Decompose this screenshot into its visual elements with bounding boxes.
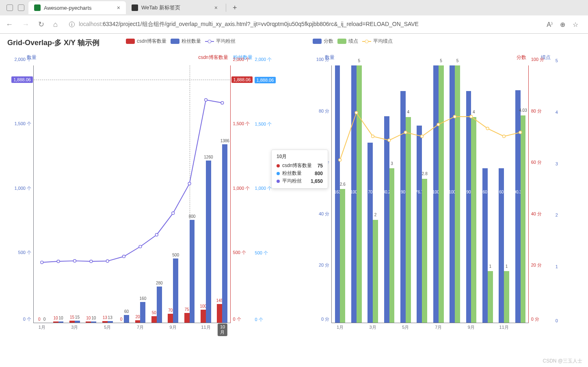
- tooltip-row: csdn博客数量75: [277, 162, 323, 169]
- tab-title: Awesome-pyecharts: [44, 5, 92, 11]
- bar-label: 5: [358, 59, 360, 63]
- bar: [157, 287, 162, 323]
- info-icon[interactable]: i: [69, 22, 75, 27]
- bar: [140, 302, 145, 323]
- tooltip-title: 10月: [277, 153, 323, 160]
- dot-icon: [277, 172, 280, 175]
- favicon-icon: [132, 4, 138, 11]
- svg-point-11: [221, 102, 224, 104]
- forward-button[interactable]: →: [20, 19, 31, 30]
- bar-label: 0: [38, 317, 41, 321]
- svg-point-14: [372, 135, 374, 138]
- legend-swatch: [171, 39, 179, 44]
- bar-label: 15: [75, 315, 80, 319]
- legend-swatch: [337, 39, 346, 44]
- svg-point-20: [470, 115, 473, 118]
- tooltip: 10月 csdn博客数量75 粉丝数量800 平均粉丝1,650: [271, 150, 328, 189]
- url-input[interactable]: i localhost:63342/project1/组合组件/grid_ove…: [65, 18, 541, 30]
- axis-pointer-value: 1,888.06: [11, 76, 33, 83]
- tab-wetab[interactable]: WeTab 新标签页 ×: [126, 1, 223, 15]
- bar-label: 1: [506, 264, 508, 269]
- favorite-icon[interactable]: ☆: [573, 21, 578, 28]
- page-content: Grid-Overlap-多 X/Y 轴示例 csdn博客数量 粉丝数量 平均粉…: [0, 34, 588, 367]
- svg-point-21: [486, 127, 489, 130]
- sidebar-icon[interactable]: [6, 4, 13, 11]
- bar-label: 5: [440, 59, 442, 63]
- plot-right: 0 分 20 分 40 分 60 分 80 分 100 分 0 分 20 分 4…: [331, 65, 529, 323]
- tab-title: WeTab 新标签页: [141, 4, 180, 11]
- tab-awesome-pyecharts[interactable]: Awesome-pyecharts ×: [28, 1, 126, 14]
- bar: [504, 271, 509, 323]
- svg-point-5: [123, 255, 125, 258]
- close-icon[interactable]: ×: [117, 4, 120, 11]
- legend-item-avggpa[interactable]: 平均绩点: [362, 38, 393, 45]
- back-button[interactable]: ←: [4, 19, 15, 30]
- svg-point-4: [106, 260, 109, 263]
- svg-point-10: [205, 98, 208, 101]
- legend-item-gpa[interactable]: 绩点: [337, 38, 358, 45]
- bar-label: 160: [140, 296, 147, 301]
- bar: [184, 313, 190, 323]
- svg-point-7: [155, 233, 158, 236]
- svg-point-0: [41, 261, 43, 264]
- bar: [135, 320, 141, 323]
- favicon-icon: [34, 4, 41, 11]
- bar: [124, 315, 129, 323]
- read-aloud-icon[interactable]: A⁾: [547, 21, 553, 28]
- plot-left: 0 个 500 个 1,000 个 1,500 个 2,000 个 0 个 50…: [33, 65, 231, 323]
- tooltip-row: 粉丝数量800: [277, 169, 323, 177]
- bar: [69, 321, 75, 323]
- legend-item-csdn[interactable]: csdn博客数量: [126, 38, 166, 45]
- panel-icon[interactable]: [18, 4, 24, 11]
- svg-point-12: [339, 159, 342, 161]
- new-tab-button[interactable]: +: [229, 4, 241, 12]
- bar: [168, 314, 173, 323]
- bar: [86, 321, 91, 323]
- refresh-button[interactable]: ↻: [37, 18, 46, 30]
- legend-line-icon: [205, 41, 214, 42]
- legend-item-avgfans[interactable]: 平均粉丝: [205, 38, 236, 45]
- tooltip-row: 平均粉丝1,650: [277, 177, 323, 185]
- bar: [217, 304, 222, 323]
- close-icon[interactable]: ×: [214, 4, 218, 11]
- bar-label: 70: [168, 308, 173, 313]
- legend-swatch: [313, 39, 322, 44]
- home-button[interactable]: ⌂: [52, 19, 59, 30]
- bar: [488, 271, 493, 323]
- svg-point-1: [57, 260, 60, 263]
- legend-item-score[interactable]: 分数: [313, 38, 333, 45]
- watermark: CSDN @三玉人士: [543, 358, 582, 365]
- subchart-left[interactable]: 数量 csdn博客数量 粉丝数量 0 个 500 个 1,000 个 1,500…: [7, 54, 271, 334]
- bar-label: 75: [185, 307, 189, 312]
- svg-point-22: [503, 135, 506, 138]
- svg-point-15: [388, 139, 391, 142]
- yaxis-title: 分数: [517, 54, 526, 61]
- bar: [151, 316, 157, 323]
- bar: [58, 321, 64, 323]
- svg-point-23: [519, 131, 522, 134]
- svg-point-8: [172, 212, 175, 215]
- dot-icon: [277, 180, 280, 183]
- svg-point-9: [188, 182, 191, 185]
- legend-right: 分数 绩点 平均绩点: [313, 38, 393, 45]
- legend-swatch: [126, 39, 135, 44]
- bar: [75, 321, 80, 323]
- bar-label: 15: [70, 315, 74, 319]
- svg-point-2: [74, 259, 76, 262]
- bar: [201, 310, 206, 323]
- address-bar: ← → ↻ ⌂ i localhost:63342/project1/组合组件/…: [0, 15, 588, 33]
- bar-label: 0: [120, 317, 123, 321]
- bar-label: 1: [489, 264, 491, 269]
- zoom-icon[interactable]: ⊕: [560, 21, 565, 28]
- legend-item-fans[interactable]: 粉丝数量: [171, 38, 201, 45]
- line-avggpa: [332, 65, 529, 263]
- bar-label: 5: [456, 59, 459, 63]
- bar: [91, 321, 96, 323]
- bar-label: 10: [54, 316, 58, 320]
- bar-label: 280: [156, 281, 163, 285]
- bar-label: 60: [124, 309, 129, 314]
- legend-line-icon: [362, 41, 371, 42]
- bar-label: 13: [108, 315, 112, 320]
- svg-point-18: [437, 123, 440, 126]
- subchart-right[interactable]: 数量 分数 绩点 0 分 20 分 40 分 60 分 80 分 100 分 0…: [305, 54, 569, 334]
